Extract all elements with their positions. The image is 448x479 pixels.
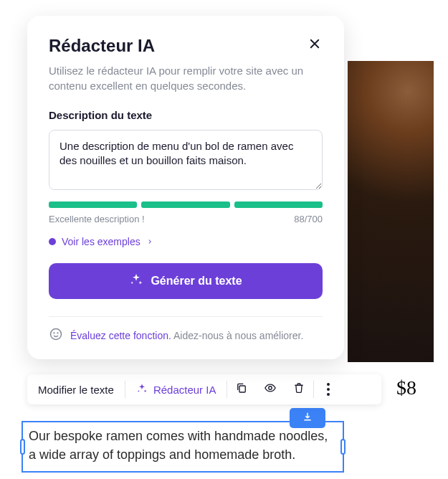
- selected-text-block[interactable]: Our bespoke ramen comes with handmade no…: [22, 421, 344, 473]
- quality-progress: [49, 201, 323, 208]
- close-icon: [308, 40, 321, 52]
- delete-button[interactable]: [285, 374, 313, 404]
- selected-text-content[interactable]: Our bespoke ramen comes with handmade no…: [29, 427, 337, 464]
- progress-segment: [141, 201, 229, 208]
- rating-help-text: Aidez-nous à nous améliorer.: [173, 330, 303, 341]
- download-badge[interactable]: [290, 408, 325, 428]
- generate-button-label: Générer du texte: [151, 275, 242, 288]
- price-label: $8: [396, 376, 416, 399]
- ai-writer-modal: Rédacteur IA Utilisez le rédacteur IA po…: [27, 16, 344, 359]
- modal-subtitle: Utilisez le rédacteur IA pour remplir vo…: [49, 63, 323, 93]
- kebab-icon: [327, 383, 330, 396]
- see-examples-label: Voir les exemples: [62, 236, 140, 247]
- sparkle-icon: [129, 272, 143, 290]
- bulb-icon: [49, 238, 56, 245]
- divider: [49, 316, 323, 317]
- generate-text-button[interactable]: Générer du texte: [49, 263, 323, 299]
- download-icon: [302, 411, 313, 425]
- trash-icon: [292, 381, 305, 397]
- description-section-label: Description du texte: [49, 109, 323, 121]
- svg-point-1: [54, 333, 54, 333]
- chevron-right-icon: [146, 236, 153, 247]
- more-button[interactable]: [314, 374, 343, 404]
- svg-point-2: [57, 333, 58, 333]
- copy-icon: [235, 381, 248, 397]
- product-image: [348, 61, 434, 362]
- progress-segment: [49, 201, 137, 208]
- edit-text-button[interactable]: Modifier le texte: [27, 374, 125, 404]
- char-count: 88/700: [294, 214, 323, 224]
- svg-rect-3: [239, 386, 245, 392]
- ai-writer-label: Rédacteur IA: [153, 384, 216, 396]
- copy-button[interactable]: [227, 374, 256, 404]
- edit-text-label: Modifier le texte: [38, 384, 114, 396]
- description-textarea[interactable]: [49, 130, 323, 190]
- smiley-icon: [49, 327, 63, 343]
- close-button[interactable]: [307, 36, 323, 54]
- quality-label: Excellente description !: [49, 214, 145, 224]
- progress-segment: [234, 201, 323, 208]
- see-examples-link[interactable]: Voir les exemples: [49, 236, 323, 247]
- visibility-button[interactable]: [256, 374, 285, 404]
- modal-title: Rédacteur IA: [49, 36, 155, 56]
- sparkle-icon: [136, 383, 148, 397]
- ai-writer-button[interactable]: Rédacteur IA: [125, 374, 227, 404]
- eye-icon: [264, 381, 277, 397]
- svg-point-4: [269, 386, 272, 390]
- resize-handle-right[interactable]: [340, 439, 345, 455]
- svg-point-0: [51, 329, 62, 340]
- text-toolbar: Modifier le texte Rédacteur IA: [27, 374, 381, 404]
- rate-feature-link[interactable]: Évaluez cette fonction.: [70, 330, 171, 341]
- resize-handle-left[interactable]: [20, 439, 25, 455]
